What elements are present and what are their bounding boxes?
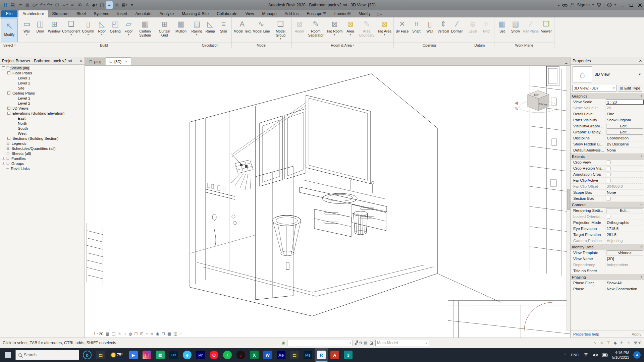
ribbon-button-roof[interactable]: ◺Roof▾ [95,18,109,42]
dropdown-caret-icon[interactable]: ▾ [26,34,28,36]
property-value[interactable]: 1 : 20 [605,99,644,105]
crop-region-icon[interactable]: ⊞ [140,331,143,336]
dropdown-caret-icon[interactable]: ▾ [44,3,45,6]
help-caret-icon[interactable]: ▾ [614,3,616,6]
ribbon-tab-manage[interactable]: Manage [258,10,280,17]
panel-caret-icon[interactable]: ▾ [353,44,355,47]
tag-icon[interactable]: ① [76,1,83,9]
crop-view-icon[interactable]: ⊡ [134,331,138,336]
ribbon-button-vertical[interactable]: ⇕Vertical [436,18,450,42]
design-options-icon[interactable]: ◪ [370,341,373,345]
ribbon-button-room-separator[interactable]: ✎Room Separator [306,18,326,42]
ribbon-tab-view[interactable]: View [241,10,258,17]
dropdown-caret-icon[interactable]: ▾ [36,3,37,6]
ribbon-tab-modify[interactable]: Modify [355,10,374,17]
property-value[interactable]: Independent [605,262,644,268]
save-icon[interactable]: ▥ [24,1,31,9]
checkbox[interactable] [607,173,610,176]
taskbar-app-premiere[interactable]: Pr [194,348,207,362]
collapse-icon[interactable]: − [7,71,10,74]
tree-item-level-2[interactable]: Level 2 [0,101,85,106]
ribbon-tab-massing-site[interactable]: Massing & Site [178,10,213,17]
ribbon-button-dormer[interactable]: ∕Dormer [450,18,464,42]
user-icon[interactable] [570,3,575,7]
select-pinned-icon[interactable]: ⊤ [607,341,610,345]
ribbon-tab-steel[interactable]: Steel [72,10,90,17]
settings-gear-icon[interactable]: ✳ [627,341,630,345]
dropdown-caret-icon[interactable]: ▾ [88,34,89,36]
property-value[interactable] [605,166,644,171]
tree-item-3d-views[interactable]: +3D Views [0,106,85,111]
collapse-chevron-icon[interactable]: « [640,246,644,248]
ribbon-button-ceiling[interactable]: ◰Ceiling [109,18,122,42]
vertical-scrollbar[interactable] [567,66,570,331]
type-caret-icon[interactable]: ▼ [638,73,642,76]
ribbon-button-floor[interactable]: ▱Floor▾ [122,18,136,42]
measure-icon[interactable]: ↔▾ [61,1,68,9]
ribbon-button-component[interactable]: ❏Component▾ [61,18,81,42]
ribbon-tab-collaborate[interactable]: Collaborate [213,10,241,17]
properties-close-icon[interactable]: ✕ [639,59,642,63]
exclude-options-icon[interactable]: ✕ [600,341,603,345]
tree-item-level-1[interactable]: Level 1 [0,75,85,80]
property-value[interactable]: 1718.5 [605,226,644,232]
worksets-icon[interactable]: ▞:0 [355,341,362,345]
select-links-icon[interactable]: ↖ [593,341,597,345]
language-indicator[interactable]: ENG [571,353,579,357]
tree-item-level-1[interactable]: Level 1 [0,96,85,101]
taskbar-app-revit[interactable]: R [315,348,328,362]
property-value[interactable] [605,172,644,177]
minimize-button[interactable] [621,3,625,7]
tree-item-groups[interactable]: +❒Groups [0,161,85,166]
collapse-icon[interactable]: − [7,92,10,95]
shadows-icon[interactable]: ◑ [124,331,126,336]
dropdown-caret-icon[interactable]: ▾ [126,3,127,6]
ribbon-button-curtain-system[interactable]: ▦Curtain System [136,18,155,42]
file-manager-icon[interactable]: ▤ [9,1,16,9]
select-by-face-icon[interactable]: ◆ [613,341,616,345]
reveal-hidden-icon[interactable]: ◉ [156,331,159,336]
filter-icon[interactable]: :0 [634,341,641,345]
property-value[interactable]: New Construction [605,286,644,292]
taskbar-app-music[interactable]: ♪ [234,348,248,362]
tree-item-east[interactable]: East [0,116,85,121]
ribbon-button-window[interactable]: ⊞Window [47,18,61,42]
collapse-icon[interactable]: − [2,66,5,69]
property-value[interactable]: Fine [605,111,644,117]
ribbon-button-mullion[interactable]: ▥Mullion [174,18,188,42]
project-browser-close-icon[interactable]: ✕ [79,59,83,63]
sun-path-icon[interactable]: ☀ [118,331,121,336]
property-value[interactable]: 281.5 [605,232,644,238]
main-model-combo[interactable]: Main Model ˅ [375,340,429,346]
dropdown-caret-icon[interactable]: ▾ [101,34,103,36]
undo-icon[interactable]: ↶▾ [39,1,46,9]
properties-help-link[interactable]: Properties help [573,332,599,336]
taskbar-app-file-explorer[interactable]: 🗀 [94,348,107,362]
detail-level-icon[interactable]: ▩ [106,331,109,336]
value-button[interactable]: <None> [606,250,643,255]
ribbon-tab-file[interactable]: File [1,10,17,17]
dropdown-caret-icon[interactable]: ▾ [66,3,68,6]
help-icon[interactable] [607,3,612,7]
section-graphics[interactable]: Graphics« [571,93,644,99]
ribbon-button-curtain-grid[interactable]: ⊞Curtain Grid [155,18,174,42]
constraints-icon[interactable]: ⌐ [180,331,182,336]
type-selector[interactable]: ⌂ 3D View ▼ [571,65,644,84]
scrollbar-thumb[interactable] [567,189,570,210]
taskbar-app-edge[interactable]: e [180,348,194,362]
default-3d-view-icon[interactable]: ◆▾ [91,1,98,9]
property-value[interactable] [605,196,644,201]
ribbon-button-tag-room[interactable]: ⊠Tag Room▾ [326,18,344,42]
property-value[interactable]: {3D} [605,256,644,262]
taskbar-app-cortana[interactable]: b [80,348,94,362]
tree-item-floor-plans[interactable]: −Floor Plans [0,70,85,75]
taskbar-app-spotify[interactable]: ♪ [221,348,234,362]
tree-item-level-2[interactable]: Level 2 [0,80,85,85]
drag-on-selection-icon[interactable]: ✛ [620,341,624,345]
checkbox[interactable] [607,215,610,219]
property-value[interactable] [605,214,644,220]
checkbox[interactable] [607,167,610,170]
panel-label-select[interactable]: Select▾ [0,42,19,48]
ribbon-button-ramp[interactable]: ◺Ramp [204,18,217,42]
start-button[interactable] [0,348,15,362]
